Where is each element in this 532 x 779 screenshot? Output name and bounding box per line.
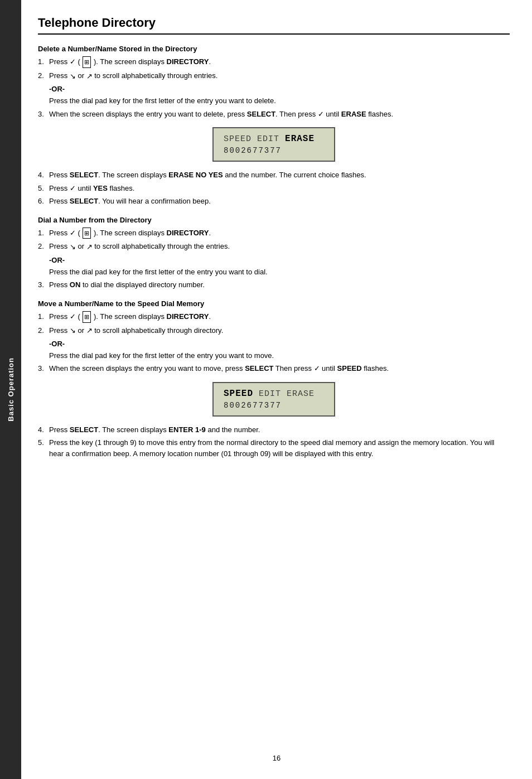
page-title: Telephone Directory [38, 16, 510, 30]
arrow-up-icon: ↗ [86, 71, 93, 82]
arrow-up-icon-2: ↗ [86, 241, 93, 253]
move-or-text: Press the dial pad key for the first let… [49, 350, 510, 361]
delete-item-6: 6. Press SELECT. You will hear a confirm… [38, 196, 510, 207]
delete-item-4: 4. Press SELECT. The screen displays ERA… [38, 170, 510, 181]
lcd-display-1-container: SPEED EDIT ERASE 8002677377 [38, 127, 510, 162]
move-item-1: 1. Press ✓ ( ⊞ ). The screen displays DI… [38, 311, 510, 323]
lcd1-row1: SPEED EDIT ERASE [224, 134, 324, 144]
lcd1-row1-bold: ERASE [285, 134, 315, 144]
lcd1-row2: 8002677377 [224, 146, 324, 155]
lcd-display-2: SPEED EDIT ERASE 8002677377 [212, 382, 335, 417]
lcd1-row1-normal: SPEED EDIT [224, 134, 279, 144]
lcd-display-1: SPEED EDIT ERASE 8002677377 [212, 127, 335, 162]
move-list: 1. Press ✓ ( ⊞ ). The screen displays DI… [38, 311, 510, 336]
lcd-display-2-container: SPEED EDIT ERASE 8002677377 [38, 382, 510, 417]
lcd2-row2: 8002677377 [224, 401, 324, 410]
page-number: 16 [273, 754, 280, 762]
section-move-heading: Move a Number/Name to the Speed Dial Mem… [38, 299, 510, 308]
title-divider [38, 33, 510, 35]
sidebar: Basic Operation [0, 0, 21, 779]
section-move: Move a Number/Name to the Speed Dial Mem… [38, 299, 510, 459]
delete-list: 1. Press ✓ ( ⊞ ). The screen displays DI… [38, 56, 510, 81]
section-delete: Delete a Number/Name Stored in the Direc… [38, 45, 510, 207]
dial-or-text: Press the dial pad key for the first let… [49, 267, 510, 278]
section-dial: Dial a Number from the Directory 1. Pres… [38, 216, 510, 291]
phone-icon: ⊞ [83, 56, 91, 68]
main-content: Telephone Directory Delete a Number/Name… [21, 0, 532, 779]
section-dial-heading: Dial a Number from the Directory [38, 216, 510, 224]
delete-item-1: 1. Press ✓ ( ⊞ ). The screen displays DI… [38, 56, 510, 68]
arrow-down-icon: ↘ [70, 71, 76, 82]
move-item-4: 4. Press SELECT. The screen displays ENT… [38, 424, 510, 436]
lcd2-row1: SPEED EDIT ERASE [224, 389, 324, 399]
move-list-2: 3. When the screen displays the entry yo… [38, 363, 510, 374]
lcd2-row1-bold: SPEED [224, 389, 253, 399]
move-or-label: -OR- [49, 340, 510, 348]
dial-list: 1. Press ✓ ( ⊞ ). The screen displays DI… [38, 228, 510, 253]
section-delete-heading: Delete a Number/Name Stored in the Direc… [38, 45, 510, 53]
sidebar-label: Basic Operation [7, 357, 15, 422]
move-list-3: 4. Press SELECT. The screen displays ENT… [38, 424, 510, 459]
arrow-up-icon-3: ↗ [86, 325, 93, 336]
arrow-down-icon-3: ↘ [70, 325, 76, 336]
dial-or-label: -OR- [49, 256, 510, 264]
delete-list-2: 3. When the screen displays the entry yo… [38, 109, 510, 120]
arrow-down-icon-2: ↘ [70, 241, 76, 253]
move-item-5: 5. Press the key (1 through 9) to move t… [38, 437, 510, 459]
lcd2-row1-normal: EDIT ERASE [259, 389, 315, 399]
dial-item-2: 2. Press ↘ or ↗ to scroll alphabetically… [38, 241, 510, 252]
move-item-3: 3. When the screen displays the entry yo… [38, 363, 510, 374]
delete-or-label: -OR- [49, 85, 510, 93]
dial-item-3: 3. Press ON to dial the displayed direct… [38, 279, 510, 291]
move-item-2: 2. Press ↘ or ↗ to scroll alphabetically… [38, 325, 510, 336]
phone-icon-3: ⊞ [83, 311, 91, 323]
delete-or-text: Press the dial pad key for the first let… [49, 95, 510, 107]
delete-item-5: 5. Press ✓ until YES flashes. [38, 183, 510, 194]
delete-item-2: 2. Press ↘ or ↗ to scroll alphabetically… [38, 70, 510, 81]
dial-list-2: 3. Press ON to dial the displayed direct… [38, 279, 510, 291]
delete-item-3: 3. When the screen displays the entry yo… [38, 109, 510, 120]
delete-list-3: 4. Press SELECT. The screen displays ERA… [38, 170, 510, 207]
dial-item-1: 1. Press ✓ ( ⊞ ). The screen displays DI… [38, 228, 510, 239]
phone-icon-2: ⊞ [83, 228, 91, 239]
